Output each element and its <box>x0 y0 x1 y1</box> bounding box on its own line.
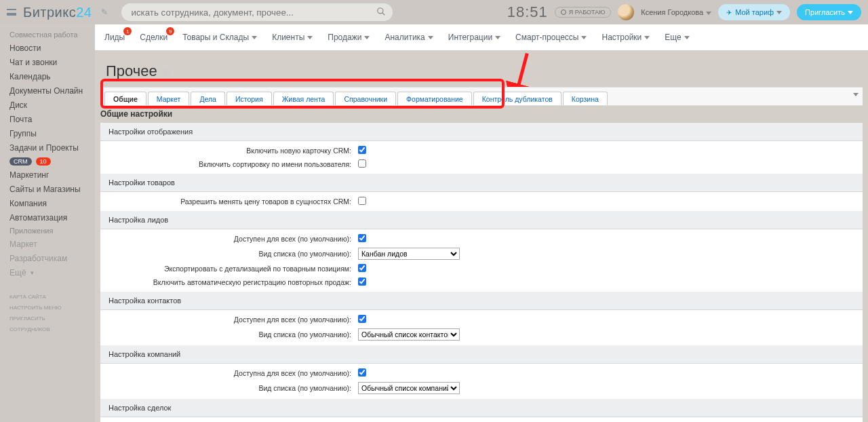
avatar[interactable] <box>618 4 634 20</box>
search-input[interactable] <box>121 3 393 21</box>
tab-feed[interactable]: Живая лента <box>273 92 334 105</box>
svg-line-1 <box>382 13 385 16</box>
sidebar-item-groups[interactable]: Группы <box>0 126 95 140</box>
star-icon[interactable]: ☆ <box>163 66 172 77</box>
sidebar-item-news[interactable]: Новости <box>0 41 95 55</box>
chevron-down-icon <box>495 36 500 39</box>
sidebar-item-chat[interactable]: Чат и звонки <box>0 55 95 69</box>
chevron-down-icon <box>684 36 690 39</box>
label-leads-avail: Доступен для всех (по умолчанию): <box>100 235 355 243</box>
sidebar-configure[interactable]: НАСТРОИТЬ МЕНЮ <box>9 303 85 313</box>
tab-general[interactable]: Общие <box>104 92 146 105</box>
tab-history[interactable]: История <box>226 92 272 105</box>
nav-leads[interactable]: Лиды1 <box>104 33 125 42</box>
sidebar-item-devs[interactable]: Разработчикам <box>0 251 95 265</box>
chevron-down-icon <box>848 11 853 14</box>
brand-part2: 24 <box>76 5 92 20</box>
nav-sales[interactable]: Продажи <box>328 33 370 42</box>
nav-goods[interactable]: Товары и Склады <box>182 33 257 42</box>
work-status[interactable]: Я РАБОТАЮ <box>555 7 612 18</box>
sidebar-item-calendar[interactable]: Календарь <box>0 69 95 83</box>
clock: 18:51 <box>507 3 548 21</box>
subsection-leads: Настройка лидов <box>100 211 863 229</box>
sidebar-item-docs[interactable]: Документы Онлайн <box>0 83 95 98</box>
sidebar-invite[interactable]: ПРИГЛАСИТЬ СОТРУДНИКОВ <box>9 313 85 335</box>
section-general-title: Общие настройки <box>100 109 863 123</box>
tariff-button[interactable]: Мой тариф <box>718 4 790 20</box>
checkbox-enable-sort[interactable] <box>358 159 366 168</box>
nav-integrations[interactable]: Интеграции <box>448 33 500 42</box>
sidebar-item-sites[interactable]: Сайты и Магазины <box>0 182 95 196</box>
leads-badge: 1 <box>123 27 132 35</box>
sidebar-item-crm[interactable]: CRM10 <box>0 155 95 168</box>
checkbox-leads-repeat[interactable] <box>358 277 366 286</box>
sidebar-group-collab[interactable]: Совместная работа <box>0 28 95 41</box>
label-leads-export: Экспортировать с детализацией по товарны… <box>100 265 355 273</box>
sidebar-item-mail[interactable]: Почта <box>0 112 95 126</box>
tab-market[interactable]: Маркет <box>148 92 190 105</box>
sidebar-group-apps[interactable]: Приложения <box>0 225 95 237</box>
nav-settings[interactable]: Настройки <box>601 33 650 42</box>
sidebar-item-marketing[interactable]: Маркетинг <box>0 168 95 182</box>
sidebar-item-market[interactable]: Маркет <box>0 237 95 251</box>
sidebar-item-tasks[interactable]: Задачи и Проекты <box>0 140 95 155</box>
sidebar-item-company[interactable]: Компания <box>0 196 95 210</box>
deals-badge: 9 <box>166 27 174 35</box>
pencil-icon[interactable]: ✎ <box>101 7 108 17</box>
nav-smart[interactable]: Смарт-процессы <box>515 33 587 42</box>
svg-point-0 <box>378 8 383 14</box>
chevron-down-icon <box>364 36 370 39</box>
sidebar-item-more[interactable]: Ещё ▾ <box>0 265 95 280</box>
label-companies-listview: Вид списка (по умолчанию): <box>100 384 355 392</box>
select-contacts-listview[interactable]: Обычный список контактов <box>358 328 460 341</box>
invite-button[interactable]: Пригласить <box>797 4 861 20</box>
nav-more[interactable]: Еще <box>665 33 689 42</box>
main-nav: Лиды1 Сделки9 Товары и Склады Клиенты Пр… <box>95 24 868 50</box>
page-title: Прочее <box>106 62 157 80</box>
checkbox-leads-export[interactable] <box>358 264 366 272</box>
brand-part1: Битрикс <box>23 5 76 20</box>
sidebar-item-disk[interactable]: Диск <box>0 98 95 112</box>
sidebar-sitemap[interactable]: КАРТА САЙТА <box>9 292 85 303</box>
label-contacts-avail: Доступен для всех (по умолчанию): <box>100 315 355 324</box>
subsection-companies: Настройка компаний <box>100 345 863 364</box>
brand-logo: Битрикс24 <box>23 5 92 20</box>
user-name[interactable]: Ксения Городкова <box>641 8 711 16</box>
checkbox-enable-card[interactable] <box>358 146 366 154</box>
subsection-display: Настройки отображения <box>100 123 863 141</box>
subsection-contacts: Настройка контактов <box>100 292 863 310</box>
label-allow-price: Разрешить менять цену товаров в сущностя… <box>100 197 355 206</box>
nav-deals[interactable]: Сделки9 <box>140 33 167 42</box>
chevron-down-icon <box>252 36 257 39</box>
label-enable-card: Включить новую карточку CRM: <box>100 147 355 155</box>
menu-toggle-icon[interactable] <box>7 9 16 16</box>
checkbox-leads-avail[interactable] <box>358 234 366 242</box>
tab-dupes[interactable]: Контроль дубликатов <box>473 92 561 105</box>
tab-cases[interactable]: Дела <box>191 92 225 105</box>
nav-clients[interactable]: Клиенты <box>272 33 313 42</box>
sidebar-item-automation[interactable]: Автоматизация <box>0 210 95 225</box>
checkbox-contacts-avail[interactable] <box>358 315 366 323</box>
subsection-goods: Настройки товаров <box>100 174 863 192</box>
tabs-overflow-icon[interactable] <box>853 93 859 96</box>
sidebar: Совместная работа Новости Чат и звонки К… <box>0 24 95 422</box>
select-leads-listview[interactable]: Канбан лидов <box>358 248 460 260</box>
label-companies-avail: Доступна для всех (по умолчанию): <box>100 369 355 377</box>
select-companies-listview[interactable]: Обычный список компаний <box>358 382 460 394</box>
crm-badge: 10 <box>36 157 51 166</box>
chevron-down-icon <box>644 36 650 39</box>
nav-analytics[interactable]: Аналитика <box>384 33 433 42</box>
checkbox-companies-avail[interactable] <box>358 368 366 377</box>
label-enable-sort: Включить сортировку по имени пользовател… <box>100 160 355 168</box>
chevron-down-icon <box>428 36 433 39</box>
tab-refs[interactable]: Справочники <box>335 92 396 105</box>
checkbox-allow-price[interactable] <box>358 197 366 205</box>
label-leads-repeat: Включить автоматическую регистрацию повт… <box>100 278 355 286</box>
chevron-down-icon <box>581 36 587 39</box>
label-contacts-listview: Вид списка (по умолчанию): <box>100 330 355 339</box>
tab-trash[interactable]: Корзина <box>563 92 608 105</box>
chevron-down-icon <box>706 12 711 15</box>
label-leads-listview: Вид списка (по умолчанию): <box>100 250 355 258</box>
tab-format[interactable]: Форматирование <box>397 92 472 105</box>
search-icon[interactable] <box>376 7 386 18</box>
